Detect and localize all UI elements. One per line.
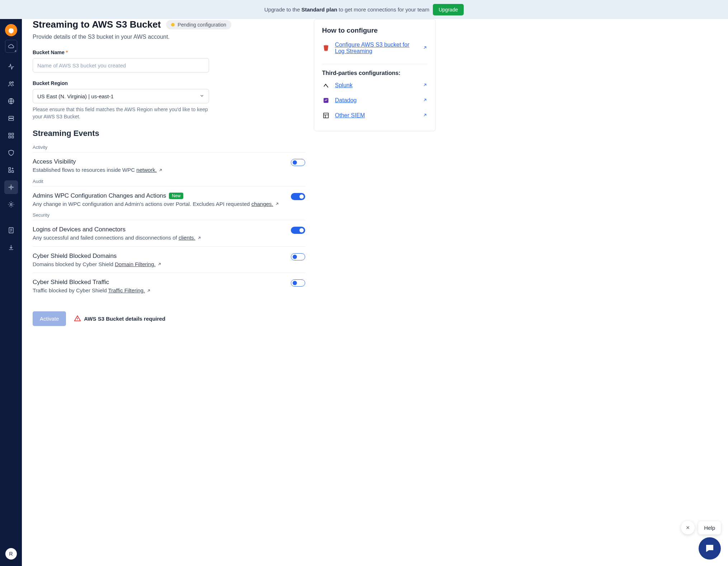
chat-fab[interactable] <box>699 537 721 560</box>
new-badge: New <box>169 193 183 199</box>
activate-button[interactable]: Activate <box>33 311 66 326</box>
event-toggle[interactable] <box>291 253 305 260</box>
chat-icon <box>704 543 715 554</box>
bucket-region-select[interactable]: US East (N. Virginia) | us-east-1 <box>33 89 209 103</box>
bucket-name-input[interactable] <box>33 58 209 72</box>
group-label: Audit <box>33 179 305 184</box>
svg-rect-8 <box>11 136 13 138</box>
third-party-link[interactable]: Datadog <box>335 97 357 104</box>
event-toggle[interactable] <box>291 193 305 200</box>
chevron-down-icon <box>199 93 204 99</box>
nav-server-icon[interactable] <box>4 112 18 125</box>
user-avatar[interactable]: R <box>5 548 17 560</box>
events-heading: Streaming Events <box>33 129 305 138</box>
external-link-icon <box>422 45 427 51</box>
event-doc-link[interactable]: Traffic Filtering. <box>108 287 145 293</box>
third-party-heading: Third-parties configurations: <box>322 70 427 76</box>
upgrade-button[interactable]: Upgrade <box>433 4 464 15</box>
event-description: Any successful and failed connections an… <box>33 235 202 241</box>
nav-shield-icon[interactable] <box>4 146 18 160</box>
group-label: Activity <box>33 145 305 150</box>
howto-primary-link[interactable]: Configure AWS S3 bucket for Log Streamin… <box>335 42 410 55</box>
svg-rect-7 <box>9 136 10 138</box>
external-link-icon <box>197 235 202 241</box>
external-link-icon <box>275 201 279 207</box>
close-icon <box>685 525 690 530</box>
bucket-region-label: Bucket Region <box>33 80 209 86</box>
bucket-name-label: Bucket Name* <box>33 49 209 55</box>
event-title: Logins of Devices and Connectors <box>33 226 202 233</box>
aws-s3-icon <box>322 44 330 52</box>
integration-icon <box>322 96 330 104</box>
svg-rect-16 <box>323 113 328 118</box>
svg-point-1 <box>12 82 13 83</box>
page-title: Streaming to AWS S3 Bucket <box>33 19 161 30</box>
svg-point-0 <box>9 82 11 84</box>
help-button[interactable]: Help <box>698 521 721 534</box>
nav-users-icon[interactable] <box>4 77 18 91</box>
event-description: Traffic blocked by Cyber Shield Traffic … <box>33 287 151 294</box>
external-link-icon <box>158 168 163 174</box>
external-link-icon <box>422 98 427 104</box>
nav-settings-icon[interactable] <box>4 198 18 211</box>
event-doc-link[interactable]: network. <box>136 167 157 173</box>
svg-rect-6 <box>11 133 13 135</box>
cloud-selector[interactable] <box>5 40 17 53</box>
event-toggle[interactable] <box>291 279 305 287</box>
event-toggle[interactable] <box>291 159 305 166</box>
event-row: Admins WPC Configuration Changes and Act… <box>33 186 305 213</box>
svg-rect-5 <box>9 133 10 135</box>
sidebar: R <box>0 19 22 566</box>
nav-download-icon[interactable] <box>4 241 18 254</box>
event-row: Access VisibilityEstablished flows to re… <box>33 152 305 179</box>
status-badge: Pending configuration <box>166 20 231 29</box>
banner-text: Upgrade to the Standard plan to get more… <box>264 6 429 13</box>
svg-rect-11 <box>11 171 13 173</box>
event-title: Cyber Shield Blocked Domains <box>33 253 162 260</box>
event-title: Admins WPC Configuration Changes and Act… <box>33 192 279 199</box>
svg-rect-4 <box>9 119 13 121</box>
event-doc-link[interactable]: changes. <box>251 201 273 207</box>
validation-warning: AWS S3 Bucket details required <box>74 315 165 322</box>
event-row: Cyber Shield Blocked TrafficTraffic bloc… <box>33 273 305 299</box>
svg-rect-9 <box>9 168 10 169</box>
event-title: Cyber Shield Blocked Traffic <box>33 279 151 286</box>
event-description: Any change in WPC configuration and Admi… <box>33 201 279 208</box>
nav-integrations-icon[interactable] <box>4 180 18 194</box>
third-party-link[interactable]: Other SIEM <box>335 112 365 119</box>
external-link-icon <box>146 288 151 294</box>
group-label: Security <box>33 212 305 218</box>
event-description: Domains blocked by Cyber Shield Domain F… <box>33 261 162 268</box>
svg-point-13 <box>10 204 12 206</box>
svg-rect-10 <box>9 171 10 173</box>
external-link-icon <box>157 261 162 268</box>
event-doc-link[interactable]: clients. <box>179 235 195 241</box>
integration-icon <box>322 112 330 119</box>
bucket-region-help: Please ensure that this field matches th… <box>33 106 209 120</box>
event-row: Cyber Shield Blocked DomainsDomains bloc… <box>33 246 305 273</box>
external-link-icon <box>422 113 427 119</box>
page-subtitle: Provide details of the S3 bucket in your… <box>33 34 305 40</box>
external-link-icon <box>422 82 427 89</box>
integration-icon <box>322 81 330 89</box>
third-party-link[interactable]: Splunk <box>335 82 353 89</box>
event-doc-link[interactable]: Domain Filtering. <box>115 261 155 267</box>
logo-icon <box>5 24 17 36</box>
svg-point-12 <box>10 187 12 188</box>
nav-apps-icon[interactable] <box>4 129 18 142</box>
howto-card: How to configure Configure AWS S3 bucket… <box>314 19 436 131</box>
svg-rect-3 <box>9 116 13 118</box>
event-row: Logins of Devices and ConnectorsAny succ… <box>33 220 305 246</box>
nav-activity-icon[interactable] <box>4 60 18 74</box>
nav-report-icon[interactable] <box>4 223 18 237</box>
close-help-button[interactable] <box>681 521 695 534</box>
nav-network-icon[interactable] <box>4 94 18 108</box>
howto-heading: How to configure <box>322 27 427 34</box>
event-description: Established flows to resources inside WP… <box>33 167 163 174</box>
event-title: Access Visibility <box>33 158 163 165</box>
nav-add-apps-icon[interactable] <box>4 163 18 177</box>
upgrade-banner: Upgrade to the Standard plan to get more… <box>0 0 728 19</box>
warning-icon <box>74 315 81 322</box>
event-toggle[interactable] <box>291 227 305 234</box>
